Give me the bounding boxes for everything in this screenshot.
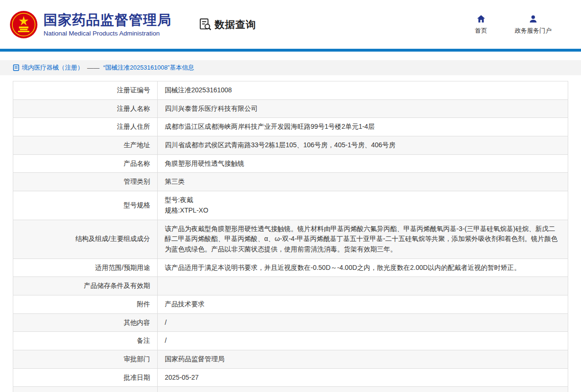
- row-label: 注册证编号: [13, 81, 158, 100]
- row-label: 管理类别: [13, 173, 158, 191]
- table-row: 注册人名称 四川兴泰普乐医疗科技有限公司: [13, 99, 568, 118]
- breadcrumb-separator: ——: [87, 64, 99, 71]
- national-emblem-icon: [9, 10, 38, 39]
- table-row: 注册人住所 成都市温江区成都海峡两岸科技产业开发园海旺路99号1号楼2单元1-4…: [13, 118, 568, 136]
- page-header: 国家药品监督管理局 National Medical Products Admi…: [0, 0, 581, 49]
- row-value: 产品技术要求: [158, 295, 568, 313]
- row-value: 国械注准20253161008: [158, 81, 568, 100]
- table-row: 批准日期 2025-05-27: [13, 368, 568, 387]
- data-query-tab[interactable]: 数据查询: [199, 18, 256, 31]
- row-label: 产品储存条件及有效期: [13, 277, 158, 295]
- table-row: 注册证编号 国械注准20253161008: [13, 81, 568, 100]
- row-value: 该产品适用于满足本说明书要求，并且近视度数在-0.50D～-4.00D之内，散光…: [158, 258, 568, 277]
- row-value: [158, 277, 568, 295]
- breadcrumb: 境内医疗器械（注册） —— “国械注准20253161008”基本信息: [0, 60, 581, 75]
- table-row: 管理类别 第三类: [13, 173, 568, 191]
- breadcrumb-root-link[interactable]: 境内医疗器械（注册）: [22, 63, 83, 72]
- header-accent-bar: [0, 49, 581, 52]
- row-label: 注册人名称: [13, 99, 158, 118]
- row-label: 生效日期: [13, 387, 158, 392]
- table-row: 结构及组成/主要组成成分 该产品为夜戴型角膜塑形用硬性透气接触镜。镜片材料由甲基…: [13, 220, 568, 258]
- top-nav: 首页 政务服务门户: [475, 14, 552, 35]
- row-label: 适用范围/预期用途: [13, 258, 158, 277]
- nmpa-emblem-logo: [9, 10, 38, 39]
- nav-item-label: 政务服务门户: [515, 27, 552, 35]
- table-row: 型号规格 型号:夜戴 规格:XTPL-XO: [13, 191, 568, 220]
- row-label: 注册人住所: [13, 118, 158, 136]
- row-label: 备注: [13, 332, 158, 350]
- row-value: 四川兴泰普乐医疗科技有限公司: [158, 99, 568, 118]
- row-label: 附件: [13, 295, 158, 313]
- row-label: 生产地址: [13, 136, 158, 155]
- row-label: 结构及组成/主要组成成分: [13, 220, 158, 258]
- row-value: /: [158, 313, 568, 332]
- table-row: 审批部门 国家药品监督管理局: [13, 350, 568, 369]
- document-icon: [13, 64, 19, 71]
- agency-title-block: 国家药品监督管理局 National Medical Products Admi…: [44, 12, 171, 37]
- agency-name-zh: 国家药品监督管理局: [44, 12, 171, 28]
- table-row: 产品名称 角膜塑形用硬性透气接触镜: [13, 154, 568, 173]
- row-value: 2025-05-27: [158, 368, 568, 387]
- row-label: 产品名称: [13, 154, 158, 173]
- agency-name-en: National Medical Products Administration: [44, 30, 171, 37]
- row-value: 2025-05-27: [158, 387, 568, 392]
- row-label: 审批部门: [13, 350, 158, 369]
- row-value: 该产品为夜戴型角膜塑形用硬性透气接触镜。镜片材料由甲基丙烯酸六氟异丙酯、甲基丙烯…: [158, 220, 568, 258]
- table-row: 附件 产品技术要求: [13, 295, 568, 313]
- data-query-label: 数据查询: [215, 18, 256, 31]
- nav-item-home[interactable]: 首页: [475, 14, 487, 35]
- breadcrumb-current: “国械注准20253161008”基本信息: [103, 63, 194, 72]
- table-row: 其他内容 /: [13, 313, 568, 332]
- row-value: 第三类: [158, 173, 568, 191]
- document-search-icon: [199, 18, 212, 31]
- table-row: 生产地址 四川省成都市武侯区武青南路33号2栋1层105、106号房，405-1…: [13, 136, 568, 155]
- row-label: 型号规格: [13, 191, 158, 220]
- table-row: 适用范围/预期用途 该产品适用于满足本说明书要求，并且近视度数在-0.50D～-…: [13, 258, 568, 277]
- table-row: 生效日期 2025-05-27: [13, 387, 568, 392]
- home-icon: [476, 14, 486, 24]
- registration-detail-table: 注册证编号 国械注准20253161008 注册人名称 四川兴泰普乐医疗科技有限…: [13, 81, 568, 392]
- row-value: 型号:夜戴 规格:XTPL-XO: [158, 191, 568, 220]
- nav-item-label: 首页: [475, 27, 487, 35]
- row-value: 四川省成都市武侯区武青南路33号2栋1层105、106号房，405-1号房、40…: [158, 136, 568, 155]
- row-value: 角膜塑形用硬性透气接触镜: [158, 154, 568, 173]
- user-icon: [528, 14, 538, 24]
- nav-item-portal[interactable]: 政务服务门户: [515, 14, 552, 35]
- row-label: 其他内容: [13, 313, 158, 332]
- row-label: 批准日期: [13, 368, 158, 387]
- table-row: 产品储存条件及有效期: [13, 277, 568, 295]
- row-value: 国家药品监督管理局: [158, 350, 568, 369]
- row-value: 成都市温江区成都海峡两岸科技产业开发园海旺路99号1号楼2单元1-4层: [158, 118, 568, 136]
- table-row: 备注 /: [13, 332, 568, 350]
- row-value: /: [158, 332, 568, 350]
